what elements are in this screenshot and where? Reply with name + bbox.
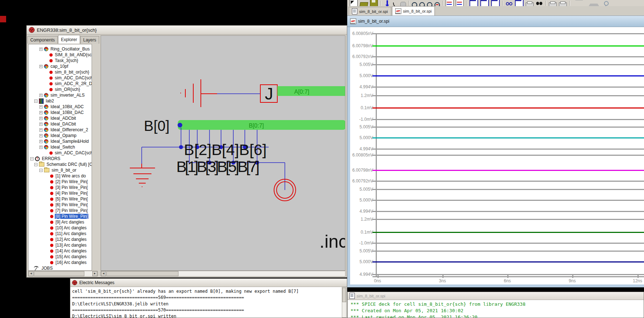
tree-item[interactable]: −Schematic DRC (full) [Cu xyxy=(28,162,92,167)
tree-expander-icon[interactable]: + xyxy=(39,146,43,149)
zoom-box-icon[interactable] xyxy=(427,2,432,6)
bus-b-origin-node[interactable] xyxy=(178,123,182,128)
copy-window-disabled-icon[interactable] xyxy=(526,3,534,6)
expand-down-arrow-icon[interactable] xyxy=(588,0,600,6)
tree-item[interactable]: +Ideal_Differencer_2 xyxy=(28,127,92,133)
tree-item[interactable]: sim_ADC_DAC{sch} xyxy=(28,75,92,81)
tree-item[interactable]: sim_ADC_R_2R_DA xyxy=(28,81,92,87)
tree-item[interactable]: [3] Pin Wire_Pin[ xyxy=(28,185,92,190)
tree-expander-icon[interactable]: − xyxy=(34,163,38,166)
tree-item[interactable]: +cap_10pf xyxy=(28,63,92,69)
tree-item[interactable]: −!ERRORS xyxy=(28,156,92,162)
tree-item[interactable]: [4] Pin Wire_Pin[ xyxy=(28,190,92,196)
print-icon[interactable] xyxy=(549,3,557,6)
pan-hand-icon[interactable] xyxy=(400,2,406,6)
undo-disabled-icon[interactable] xyxy=(573,0,586,6)
messages-scrollbar[interactable] xyxy=(342,287,347,318)
bus-a[interactable] xyxy=(277,86,345,96)
tree-item[interactable]: [6] Pin Wire_Pin[ xyxy=(28,202,92,208)
side-tab-components[interactable]: Components xyxy=(27,36,58,44)
zoom-highlight-icon[interactable] xyxy=(435,2,440,6)
tree-expander-icon[interactable]: − xyxy=(39,169,43,172)
tree-expander-icon[interactable]: + xyxy=(39,128,43,132)
side-tab-explorer[interactable]: Explorer xyxy=(58,35,80,44)
tree-item[interactable]: JOBS xyxy=(28,265,92,271)
tree-expander-icon[interactable]: + xyxy=(39,94,43,97)
tree-item[interactable]: +Ideal_Opamp xyxy=(28,133,92,138)
tree-item[interactable]: sim_8_bit_or{sch} xyxy=(28,69,92,75)
new-document-icon[interactable] xyxy=(350,0,358,6)
wave-trace-0[interactable] xyxy=(372,45,644,47)
zoom-in-icon[interactable] xyxy=(412,2,417,6)
tree-item[interactable]: [12] Arc dangles xyxy=(28,237,92,242)
tree-item[interactable]: [11] Arc dangles xyxy=(28,231,92,237)
goto-connection-binoculars-icon[interactable] xyxy=(506,0,513,6)
tree-item[interactable]: +Ideal_Sample&Hold xyxy=(28,138,92,144)
pan-squiggle-icon[interactable] xyxy=(393,3,398,6)
tree-item[interactable]: [15] Arc dangles xyxy=(28,254,92,260)
schematic-horizontal-scrollbar[interactable]: ◄ xyxy=(101,271,345,277)
window-partition-3-icon[interactable] xyxy=(491,0,500,6)
spice-include-text[interactable]: .inc xyxy=(319,231,345,252)
main-window-titlebar[interactable]: ENGR338:sim_8_bit_or{sch} xyxy=(27,26,347,35)
find-binoculars-icon[interactable] xyxy=(536,0,543,6)
tree-item[interactable]: [5] Pin Wire_Pin[ xyxy=(28,196,92,202)
tree-expander-icon[interactable]: − xyxy=(30,157,34,160)
tree-item[interactable]: [10] Arc dangles xyxy=(28,225,92,231)
tree-item[interactable]: [16] Arc dangles xyxy=(28,260,92,265)
print-setup-icon[interactable] xyxy=(559,3,567,6)
zoom-out-icon[interactable] xyxy=(419,2,425,6)
exports-row1-labels[interactable]: B[2]B[4]B[6] xyxy=(184,141,266,158)
export-b0-label[interactable]: B[0] xyxy=(144,118,169,134)
tree-item[interactable]: +Ideal_Switch xyxy=(28,144,92,150)
window-tab-1[interactable]: sim_8_bit_or.spi xyxy=(392,6,435,16)
tree-item[interactable]: sim_ADC_DAC{sch} xyxy=(28,150,92,156)
tree-expander-icon[interactable]: + xyxy=(39,111,43,114)
tree-expander-icon[interactable]: + xyxy=(39,105,43,109)
tree-item[interactable]: +sim_inverter_ALS xyxy=(28,92,92,98)
wave-trace-5[interactable] xyxy=(372,200,644,201)
tree-item[interactable]: [7] Pin Wire_Pin[ xyxy=(28,208,92,213)
save-library-icon[interactable] xyxy=(370,0,378,6)
window-tab-0[interactable]: sim_8_bit_or.spi xyxy=(349,7,391,16)
ground-symbol-bottom[interactable] xyxy=(130,164,155,187)
pin-icon[interactable] xyxy=(602,0,609,6)
tree-item[interactable]: +Ideal_10Bit_ADC xyxy=(28,104,92,110)
tree-expander-icon[interactable]: + xyxy=(39,123,43,126)
tree-expander-icon[interactable]: − xyxy=(34,100,38,103)
waveform-chart-b-icon[interactable] xyxy=(456,0,464,6)
tree-item[interactable]: [8] Pin Wire_Pin[ xyxy=(28,213,92,219)
tree-item[interactable]: −sim_8_bit_or xyxy=(28,167,92,173)
tree-expander-icon[interactable]: + xyxy=(39,117,43,120)
open-library-icon[interactable] xyxy=(360,2,368,6)
taskbar-red-icon[interactable] xyxy=(0,16,6,22)
tree-expander-icon[interactable]: + xyxy=(39,134,43,137)
waveform-titlebar[interactable]: sim_8_bit_or.spi xyxy=(347,16,644,27)
tree-item[interactable]: [14] Arc dangles xyxy=(28,248,92,254)
panel-splitter[interactable] xyxy=(92,44,101,271)
window-partition-2-icon[interactable] xyxy=(480,0,489,6)
tree-item[interactable]: Task_3{sch} xyxy=(28,58,92,63)
wave-trace-3[interactable] xyxy=(372,137,644,138)
wave-trace-4[interactable] xyxy=(372,170,644,171)
wave-trace-6[interactable] xyxy=(372,232,644,233)
tree-item[interactable]: −lab2 xyxy=(28,98,92,104)
tree-expander-icon[interactable]: + xyxy=(39,65,43,68)
tree-item[interactable]: +Ideal_DACbit xyxy=(28,121,92,127)
waveform-chart-a-icon[interactable] xyxy=(446,0,454,6)
tree-item[interactable]: [1] Wire arcs do xyxy=(28,173,92,179)
tree-expander-icon[interactable]: + xyxy=(39,140,43,143)
tree-item[interactable]: [9] Arc dangles xyxy=(28,219,92,225)
messages-titlebar[interactable]: Electric Messages xyxy=(70,279,347,287)
wave-trace-2[interactable] xyxy=(372,107,644,109)
tree-item[interactable]: [2] Pin Wire_Pin[ xyxy=(28,179,92,185)
spice-titlebar[interactable]: sim_8_bit_or.spi xyxy=(348,292,644,300)
tree-item[interactable]: SIM_8_bit_AND{sch} xyxy=(28,52,92,58)
exports-row2-labels[interactable]: B[1]B[3]B[5]B[7] xyxy=(176,158,259,175)
tree-item[interactable]: +Ideal_10Bit_DAC xyxy=(28,110,92,115)
schematic-canvas[interactable]: J A[0:7] B[0:7] B[0] xyxy=(101,35,345,271)
ground-symbol-top[interactable] xyxy=(180,79,217,107)
plumb-bob-icon[interactable] xyxy=(384,0,391,6)
tree-item[interactable]: +Ideal_ADCbit xyxy=(28,115,92,121)
tree-item[interactable]: +Ring_Oscillator_Bus xyxy=(28,46,92,52)
